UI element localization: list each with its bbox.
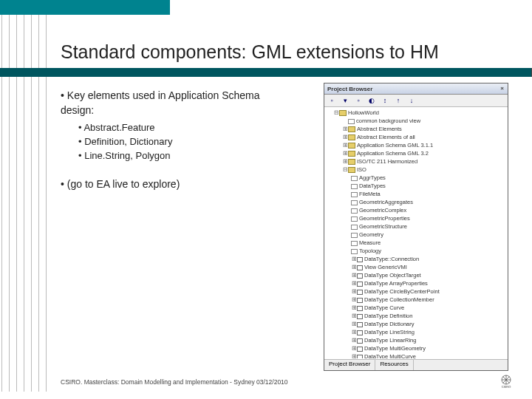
content-area: Key elements used in Application Schema … xyxy=(61,89,282,197)
tree-row[interactable]: GeometricAggregates xyxy=(326,198,506,206)
tree-row[interactable]: FileMeta xyxy=(326,190,506,198)
project-browser-panel: Project Browser × ▫ ▾ ▫ ◐ ↕ ↑ ↓ ⊟HollowW… xyxy=(324,83,508,371)
tool-new-icon[interactable]: ▫ xyxy=(327,96,336,105)
tool-refresh-icon[interactable]: ◐ xyxy=(367,96,376,105)
project-browser-title: Project Browser xyxy=(327,86,372,92)
tree-row[interactable]: ⊞Application Schema GML 3.1.1 xyxy=(326,141,506,149)
tree-row[interactable]: AggrTypes xyxy=(326,174,506,182)
slide-title: Standard components: GML extensions to H… xyxy=(61,41,439,63)
tree-row[interactable]: ⊞DataType LineString xyxy=(326,328,506,336)
footer-text: CSIRO. Masterclass: Domain Modelling and… xyxy=(61,378,288,386)
tree-row[interactable]: ⊞View GenericVMI xyxy=(326,263,506,271)
project-browser-tabstrip: Project Browser Resources xyxy=(324,359,508,370)
tool-down-icon[interactable]: ↓ xyxy=(407,96,416,105)
sub-abstract-feature: Abstract.Feature xyxy=(78,122,282,133)
sub-definition-dictionary: Definition, Dictionary xyxy=(78,136,282,147)
tree-row[interactable]: ⊞Abstract Elements xyxy=(326,125,506,133)
tab-resources[interactable]: Resources xyxy=(375,360,413,370)
tab-project-browser[interactable]: Project Browser xyxy=(324,360,375,370)
tree-row[interactable]: Measure xyxy=(326,239,506,247)
tree-row[interactable]: ⊞DataType Curve xyxy=(326,304,506,312)
csiro-logo: CSIRO xyxy=(497,374,516,389)
tree-row[interactable]: ⊞DataType ArrayProperties xyxy=(326,279,506,287)
project-browser-toolbar: ▫ ▾ ▫ ◐ ↕ ↑ ↓ xyxy=(324,95,508,107)
tree-row[interactable]: GeometricComplex xyxy=(326,206,506,214)
tree-row[interactable]: common background view xyxy=(326,117,506,125)
tree-row[interactable]: ⊞DataType Definition xyxy=(326,312,506,320)
tree-row[interactable]: ⊞DataType MultiGeometry xyxy=(326,344,506,352)
bullet-key-elements: Key elements used in Application Schema … xyxy=(61,89,282,117)
tree-row[interactable]: ⊞DataType ObjectTarget xyxy=(326,271,506,279)
tree-row[interactable]: ⊞DataType MultiCurve xyxy=(326,352,506,358)
project-browser-titlebar: Project Browser × xyxy=(324,83,508,95)
tool-nav-icon[interactable]: ↕ xyxy=(381,96,389,105)
tree-row[interactable]: GeometricStructure xyxy=(326,222,506,231)
tree-row[interactable]: DataTypes xyxy=(326,182,506,190)
tool-up-icon[interactable]: ↑ xyxy=(394,96,403,105)
title-underline xyxy=(0,68,532,77)
tree-row[interactable]: ⊟ISO xyxy=(326,166,506,174)
tree-row[interactable]: ⊞DataType CircleByCenterPoint xyxy=(326,287,506,296)
tree-row[interactable]: ⊞Application Schema GML 3.2 xyxy=(326,149,506,157)
tree-row[interactable]: ⊞DataType CollectionMember xyxy=(326,296,506,304)
tree-row[interactable]: Geometry xyxy=(326,231,506,239)
project-browser-tree[interactable]: ⊟HollowWorld common background view ⊞Abs… xyxy=(324,107,508,358)
top-stripe xyxy=(0,0,170,15)
sub-linestring-polygon: Line.String, Polygon xyxy=(78,150,282,161)
tool-dropdown-icon[interactable]: ▾ xyxy=(341,96,349,105)
tree-row[interactable]: Topology xyxy=(326,247,506,255)
tree-row[interactable]: ⊞Abstract Elements of all xyxy=(326,133,506,141)
tree-row[interactable]: ⊞ISO/TC 211 Harmonized xyxy=(326,157,506,166)
tree-row[interactable]: ⊞DataType::Connection xyxy=(326,255,506,263)
tree-row[interactable]: GeometricProperties xyxy=(326,214,506,222)
svg-text:CSIRO: CSIRO xyxy=(502,385,511,389)
bullet-goto-ea: (go to EA live to explore) xyxy=(61,177,282,192)
tree-row[interactable]: ⊟HollowWorld xyxy=(326,109,506,117)
close-icon[interactable]: × xyxy=(498,84,506,92)
tool-more-icon[interactable]: ▫ xyxy=(354,96,363,105)
tree-row[interactable]: ⊞DataType Dictionary xyxy=(326,320,506,328)
tree-row[interactable]: ⊞DataType LinearRing xyxy=(326,336,506,344)
